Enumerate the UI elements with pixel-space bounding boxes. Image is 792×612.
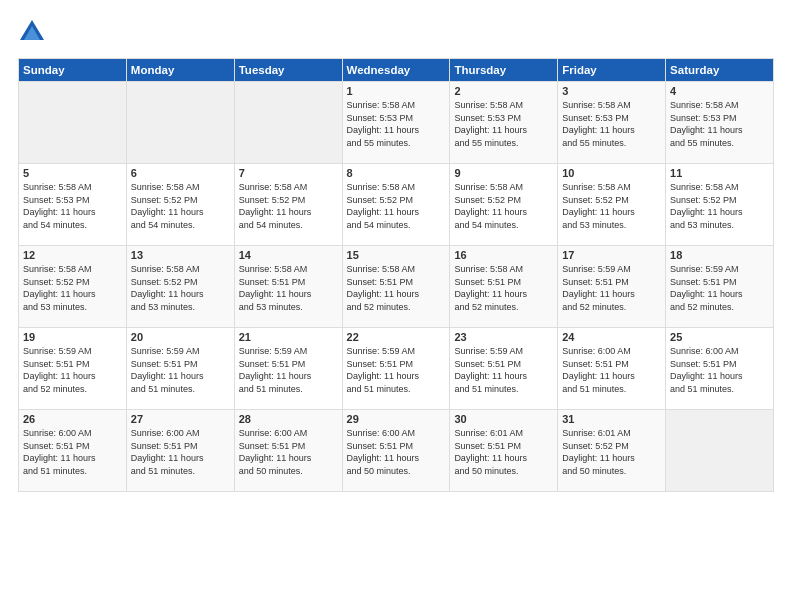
calendar-cell: 31Sunrise: 6:01 AM Sunset: 5:52 PM Dayli… bbox=[558, 410, 666, 492]
calendar-cell: 28Sunrise: 6:00 AM Sunset: 5:51 PM Dayli… bbox=[234, 410, 342, 492]
calendar-day-header: Wednesday bbox=[342, 59, 450, 82]
calendar-cell: 15Sunrise: 5:58 AM Sunset: 5:51 PM Dayli… bbox=[342, 246, 450, 328]
day-info: Sunrise: 5:59 AM Sunset: 5:51 PM Dayligh… bbox=[670, 263, 769, 313]
calendar-cell: 19Sunrise: 5:59 AM Sunset: 5:51 PM Dayli… bbox=[19, 328, 127, 410]
day-number: 3 bbox=[562, 85, 661, 97]
day-number: 5 bbox=[23, 167, 122, 179]
day-info: Sunrise: 6:00 AM Sunset: 5:51 PM Dayligh… bbox=[131, 427, 230, 477]
calendar-cell: 24Sunrise: 6:00 AM Sunset: 5:51 PM Dayli… bbox=[558, 328, 666, 410]
calendar-day-header: Saturday bbox=[666, 59, 774, 82]
day-info: Sunrise: 6:00 AM Sunset: 5:51 PM Dayligh… bbox=[23, 427, 122, 477]
calendar-cell: 6Sunrise: 5:58 AM Sunset: 5:52 PM Daylig… bbox=[126, 164, 234, 246]
calendar-cell: 9Sunrise: 5:58 AM Sunset: 5:52 PM Daylig… bbox=[450, 164, 558, 246]
calendar-cell: 8Sunrise: 5:58 AM Sunset: 5:52 PM Daylig… bbox=[342, 164, 450, 246]
day-info: Sunrise: 5:58 AM Sunset: 5:52 PM Dayligh… bbox=[562, 181, 661, 231]
calendar-cell: 26Sunrise: 6:00 AM Sunset: 5:51 PM Dayli… bbox=[19, 410, 127, 492]
calendar-cell bbox=[666, 410, 774, 492]
day-info: Sunrise: 5:59 AM Sunset: 5:51 PM Dayligh… bbox=[239, 345, 338, 395]
day-number: 9 bbox=[454, 167, 553, 179]
calendar-week-row: 26Sunrise: 6:00 AM Sunset: 5:51 PM Dayli… bbox=[19, 410, 774, 492]
day-number: 13 bbox=[131, 249, 230, 261]
calendar-cell bbox=[234, 82, 342, 164]
day-number: 6 bbox=[131, 167, 230, 179]
calendar-cell: 12Sunrise: 5:58 AM Sunset: 5:52 PM Dayli… bbox=[19, 246, 127, 328]
day-number: 24 bbox=[562, 331, 661, 343]
day-info: Sunrise: 5:58 AM Sunset: 5:52 PM Dayligh… bbox=[239, 181, 338, 231]
day-info: Sunrise: 5:58 AM Sunset: 5:53 PM Dayligh… bbox=[454, 99, 553, 149]
day-info: Sunrise: 6:00 AM Sunset: 5:51 PM Dayligh… bbox=[670, 345, 769, 395]
day-info: Sunrise: 5:58 AM Sunset: 5:51 PM Dayligh… bbox=[454, 263, 553, 313]
day-info: Sunrise: 5:58 AM Sunset: 5:52 PM Dayligh… bbox=[670, 181, 769, 231]
calendar-day-header: Thursday bbox=[450, 59, 558, 82]
day-number: 8 bbox=[347, 167, 446, 179]
calendar-week-row: 1Sunrise: 5:58 AM Sunset: 5:53 PM Daylig… bbox=[19, 82, 774, 164]
day-number: 1 bbox=[347, 85, 446, 97]
calendar-cell: 22Sunrise: 5:59 AM Sunset: 5:51 PM Dayli… bbox=[342, 328, 450, 410]
day-info: Sunrise: 5:58 AM Sunset: 5:52 PM Dayligh… bbox=[131, 181, 230, 231]
day-info: Sunrise: 6:00 AM Sunset: 5:51 PM Dayligh… bbox=[562, 345, 661, 395]
day-number: 19 bbox=[23, 331, 122, 343]
calendar-cell: 17Sunrise: 5:59 AM Sunset: 5:51 PM Dayli… bbox=[558, 246, 666, 328]
calendar-cell: 21Sunrise: 5:59 AM Sunset: 5:51 PM Dayli… bbox=[234, 328, 342, 410]
calendar-cell: 1Sunrise: 5:58 AM Sunset: 5:53 PM Daylig… bbox=[342, 82, 450, 164]
page-container: SundayMondayTuesdayWednesdayThursdayFrid… bbox=[0, 0, 792, 502]
day-number: 10 bbox=[562, 167, 661, 179]
day-number: 14 bbox=[239, 249, 338, 261]
day-info: Sunrise: 5:59 AM Sunset: 5:51 PM Dayligh… bbox=[562, 263, 661, 313]
day-info: Sunrise: 5:58 AM Sunset: 5:52 PM Dayligh… bbox=[131, 263, 230, 313]
calendar-cell: 11Sunrise: 5:58 AM Sunset: 5:52 PM Dayli… bbox=[666, 164, 774, 246]
day-number: 20 bbox=[131, 331, 230, 343]
day-number: 26 bbox=[23, 413, 122, 425]
calendar-cell: 3Sunrise: 5:58 AM Sunset: 5:53 PM Daylig… bbox=[558, 82, 666, 164]
calendar-cell: 25Sunrise: 6:00 AM Sunset: 5:51 PM Dayli… bbox=[666, 328, 774, 410]
day-info: Sunrise: 6:01 AM Sunset: 5:52 PM Dayligh… bbox=[562, 427, 661, 477]
day-number: 2 bbox=[454, 85, 553, 97]
calendar-table: SundayMondayTuesdayWednesdayThursdayFrid… bbox=[18, 58, 774, 492]
calendar-cell: 2Sunrise: 5:58 AM Sunset: 5:53 PM Daylig… bbox=[450, 82, 558, 164]
calendar-day-header: Tuesday bbox=[234, 59, 342, 82]
calendar-cell: 7Sunrise: 5:58 AM Sunset: 5:52 PM Daylig… bbox=[234, 164, 342, 246]
day-number: 29 bbox=[347, 413, 446, 425]
day-number: 11 bbox=[670, 167, 769, 179]
calendar-cell: 29Sunrise: 6:00 AM Sunset: 5:51 PM Dayli… bbox=[342, 410, 450, 492]
day-info: Sunrise: 5:58 AM Sunset: 5:51 PM Dayligh… bbox=[239, 263, 338, 313]
calendar-cell: 30Sunrise: 6:01 AM Sunset: 5:51 PM Dayli… bbox=[450, 410, 558, 492]
day-info: Sunrise: 5:58 AM Sunset: 5:53 PM Dayligh… bbox=[347, 99, 446, 149]
calendar-day-header: Friday bbox=[558, 59, 666, 82]
day-info: Sunrise: 5:59 AM Sunset: 5:51 PM Dayligh… bbox=[131, 345, 230, 395]
day-number: 31 bbox=[562, 413, 661, 425]
calendar-week-row: 5Sunrise: 5:58 AM Sunset: 5:53 PM Daylig… bbox=[19, 164, 774, 246]
calendar-cell: 5Sunrise: 5:58 AM Sunset: 5:53 PM Daylig… bbox=[19, 164, 127, 246]
calendar-cell: 23Sunrise: 5:59 AM Sunset: 5:51 PM Dayli… bbox=[450, 328, 558, 410]
calendar-day-header: Monday bbox=[126, 59, 234, 82]
day-info: Sunrise: 5:59 AM Sunset: 5:51 PM Dayligh… bbox=[454, 345, 553, 395]
day-info: Sunrise: 5:58 AM Sunset: 5:52 PM Dayligh… bbox=[454, 181, 553, 231]
day-number: 21 bbox=[239, 331, 338, 343]
calendar-cell: 20Sunrise: 5:59 AM Sunset: 5:51 PM Dayli… bbox=[126, 328, 234, 410]
calendar-cell: 27Sunrise: 6:00 AM Sunset: 5:51 PM Dayli… bbox=[126, 410, 234, 492]
day-info: Sunrise: 6:00 AM Sunset: 5:51 PM Dayligh… bbox=[347, 427, 446, 477]
day-number: 27 bbox=[131, 413, 230, 425]
day-number: 7 bbox=[239, 167, 338, 179]
day-number: 22 bbox=[347, 331, 446, 343]
calendar-cell: 10Sunrise: 5:58 AM Sunset: 5:52 PM Dayli… bbox=[558, 164, 666, 246]
calendar-cell: 13Sunrise: 5:58 AM Sunset: 5:52 PM Dayli… bbox=[126, 246, 234, 328]
calendar-header-row: SundayMondayTuesdayWednesdayThursdayFrid… bbox=[19, 59, 774, 82]
day-info: Sunrise: 6:00 AM Sunset: 5:51 PM Dayligh… bbox=[239, 427, 338, 477]
calendar-cell bbox=[19, 82, 127, 164]
logo bbox=[18, 18, 50, 46]
day-number: 15 bbox=[347, 249, 446, 261]
day-number: 28 bbox=[239, 413, 338, 425]
logo-icon bbox=[18, 18, 46, 46]
day-info: Sunrise: 5:58 AM Sunset: 5:51 PM Dayligh… bbox=[347, 263, 446, 313]
day-info: Sunrise: 5:59 AM Sunset: 5:51 PM Dayligh… bbox=[347, 345, 446, 395]
page-header bbox=[18, 18, 774, 46]
calendar-week-row: 12Sunrise: 5:58 AM Sunset: 5:52 PM Dayli… bbox=[19, 246, 774, 328]
calendar-cell bbox=[126, 82, 234, 164]
calendar-cell: 16Sunrise: 5:58 AM Sunset: 5:51 PM Dayli… bbox=[450, 246, 558, 328]
day-info: Sunrise: 5:58 AM Sunset: 5:53 PM Dayligh… bbox=[23, 181, 122, 231]
calendar-cell: 14Sunrise: 5:58 AM Sunset: 5:51 PM Dayli… bbox=[234, 246, 342, 328]
day-info: Sunrise: 5:59 AM Sunset: 5:51 PM Dayligh… bbox=[23, 345, 122, 395]
day-number: 30 bbox=[454, 413, 553, 425]
calendar-day-header: Sunday bbox=[19, 59, 127, 82]
